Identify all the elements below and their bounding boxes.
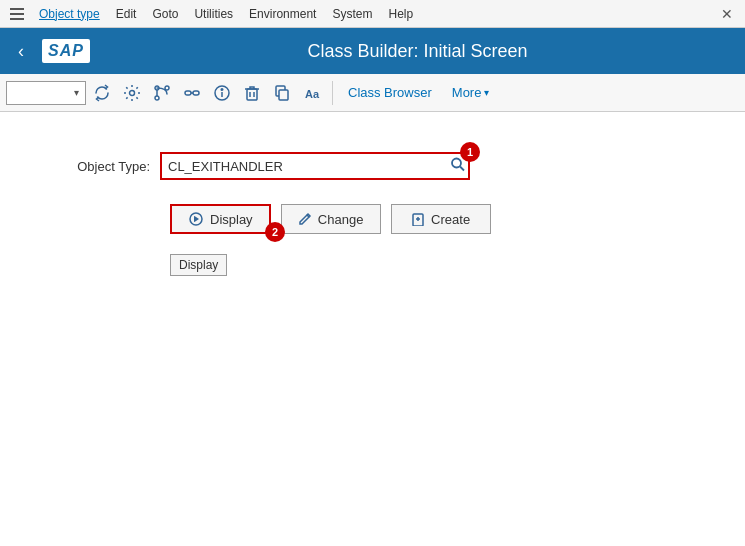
app-header: ‹ SAP Class Builder: Initial Screen	[0, 28, 745, 74]
chevron-down-icon: ▾	[74, 87, 79, 98]
sap-logo: SAP	[42, 39, 90, 63]
display-button-label: Display	[210, 212, 253, 227]
svg-rect-15	[279, 90, 288, 100]
menu-item-system[interactable]: System	[325, 4, 379, 24]
more-label: More	[452, 85, 482, 100]
menu-item-help[interactable]: Help	[381, 4, 420, 24]
toolbar-separator	[332, 81, 333, 105]
svg-point-0	[130, 90, 135, 95]
create-button[interactable]: Create	[391, 204, 491, 234]
more-button[interactable]: More ▾	[443, 81, 499, 104]
change-button[interactable]: Change	[281, 204, 381, 234]
back-button[interactable]: ‹	[10, 38, 32, 64]
copy-icon-btn[interactable]	[268, 79, 296, 107]
tools-icon-btn[interactable]	[118, 79, 146, 107]
tooltip-area: Display	[170, 246, 715, 276]
sync-icon-btn[interactable]	[88, 79, 116, 107]
object-type-label: Object Type:	[30, 159, 160, 174]
link-icon-btn[interactable]	[178, 79, 206, 107]
format-icon-btn[interactable]: Aa	[298, 79, 326, 107]
toolbar: ▾	[0, 74, 745, 112]
object-type-input-wrapper: 1	[160, 152, 470, 180]
display-button[interactable]: Display	[170, 204, 271, 234]
svg-point-17	[452, 159, 461, 168]
annotation-badge-2: 2	[265, 222, 285, 242]
hamburger-menu[interactable]	[4, 3, 30, 25]
change-button-label: Change	[318, 212, 364, 227]
menu-item-edit[interactable]: Edit	[109, 4, 144, 24]
annotation-badge-1: 1	[460, 142, 480, 162]
svg-line-18	[460, 167, 464, 171]
main-content: Object Type: 1 Display 2	[0, 112, 745, 546]
svg-rect-5	[185, 91, 191, 95]
menu-item-goto[interactable]: Goto	[145, 4, 185, 24]
tooltip-box: Display	[170, 254, 227, 276]
delete-icon-btn[interactable]	[238, 79, 266, 107]
more-chevron-icon: ▾	[484, 87, 489, 98]
class-browser-button[interactable]: Class Browser	[339, 81, 441, 104]
info-icon-btn[interactable]	[208, 79, 236, 107]
svg-rect-11	[247, 89, 257, 100]
svg-point-1	[155, 96, 159, 100]
menu-item-environment[interactable]: Environment	[242, 4, 323, 24]
menu-bar: Object type Edit Goto Utilities Environm…	[0, 0, 745, 28]
close-button[interactable]: ✕	[713, 3, 741, 25]
menu-item-utilities[interactable]: Utilities	[187, 4, 240, 24]
svg-point-10	[221, 88, 223, 90]
page-title: Class Builder: Initial Screen	[100, 41, 735, 62]
buttons-row: Display 2 Change Create	[170, 204, 715, 234]
create-button-label: Create	[431, 212, 470, 227]
menu-item-object-type[interactable]: Object type	[32, 4, 107, 24]
object-type-input[interactable]	[160, 152, 470, 180]
branch-icon-btn[interactable]	[148, 79, 176, 107]
svg-text:Aa: Aa	[305, 88, 320, 100]
svg-rect-6	[193, 91, 199, 95]
object-type-row: Object Type: 1	[30, 152, 715, 180]
object-type-dropdown[interactable]: ▾	[6, 81, 86, 105]
